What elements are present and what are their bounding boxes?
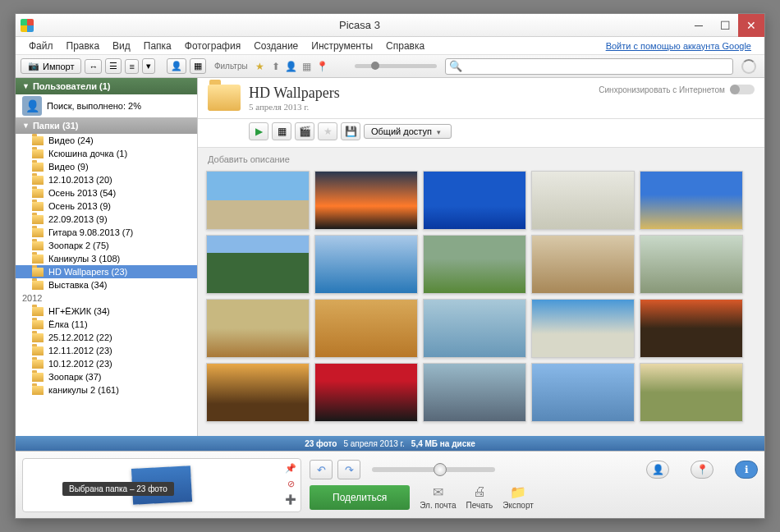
sidebar-scroll[interactable]: Видео (24)Ксюшина дочка (1)Видео (9)12.1…	[16, 134, 197, 436]
google-signin-link[interactable]: Войти с помощью аккаунта Google	[599, 39, 758, 53]
sidebar-folder-item[interactable]: Выставка (34)	[16, 278, 197, 291]
thumbnail[interactable]	[640, 171, 743, 230]
sync-toggle[interactable]	[730, 85, 755, 94]
thumbnail[interactable]	[640, 363, 743, 422]
thumbnail[interactable]	[423, 363, 526, 422]
sidebar-folder-item[interactable]: НГ+ЁЖИК (34)	[16, 305, 197, 318]
minimize-button[interactable]: ─	[686, 14, 712, 37]
filter-face-icon[interactable]: 👤	[285, 60, 298, 73]
sidebar-users-header[interactable]: ▼Пользователи (1)	[16, 78, 197, 94]
sidebar-folder-item[interactable]: Видео (9)	[16, 160, 197, 173]
search-input[interactable]	[462, 62, 729, 71]
star-button[interactable]: ★	[318, 122, 337, 140]
filter-star-icon[interactable]: ★	[254, 60, 267, 73]
view-tree-button[interactable]: ≡	[125, 59, 138, 74]
share-dropdown[interactable]: Общий доступ	[364, 124, 452, 139]
add-tray-icon[interactable]: ➕	[284, 493, 297, 507]
sidebar-folder-item[interactable]: Ксюшина дочка (1)	[16, 147, 197, 160]
folder-icon	[208, 85, 241, 111]
email-button[interactable]: ✉Эл. почта	[420, 484, 456, 510]
view-switch-button[interactable]: ↔	[85, 59, 102, 74]
filter-movie-icon[interactable]: ▦	[301, 60, 314, 73]
sidebar-folder-item[interactable]: Зоопарк (37)	[16, 370, 197, 383]
menu-view[interactable]: Вид	[106, 39, 137, 53]
collage-button[interactable]: ▦	[272, 122, 291, 140]
menu-folder[interactable]: Папка	[137, 39, 178, 53]
save-button[interactable]: 💾	[341, 122, 360, 140]
menu-edit[interactable]: Правка	[60, 39, 107, 53]
share-button[interactable]: Поделиться	[310, 485, 410, 510]
sidebar-folders-header[interactable]: ▼Папки (31)	[16, 117, 197, 134]
search-box[interactable]: 🔍	[445, 58, 733, 75]
tag-people-button[interactable]: 👤	[646, 461, 669, 479]
statusbar: 23 фото 5 апреля 2013 г. 5,4 МБ на диске	[16, 436, 764, 451]
filter-upload-icon[interactable]: ⬆	[269, 60, 282, 73]
selection-tray[interactable]: Выбрана папка – 23 фото 📌 ⊘ ➕	[22, 458, 301, 512]
thumbnail[interactable]	[531, 235, 635, 294]
filter-geo-icon[interactable]: 📍	[316, 60, 329, 73]
rotate-right-button[interactable]: ↷	[337, 460, 360, 479]
zoom-slider[interactable]	[372, 467, 495, 472]
play-slideshow-button[interactable]: ▶	[249, 122, 268, 140]
sidebar-folder-item[interactable]: Ёлка (11)	[16, 318, 197, 331]
filter-slider[interactable]	[355, 64, 437, 68]
person-button[interactable]: 👤	[167, 58, 186, 74]
menu-photo[interactable]: Фотография	[178, 39, 247, 53]
thumbnail[interactable]	[640, 299, 743, 358]
thumbnail[interactable]	[314, 235, 418, 294]
print-button[interactable]: 🖨Печать	[466, 484, 493, 510]
thumbnail[interactable]	[206, 171, 310, 230]
view-dropdown-button[interactable]: ▾	[142, 58, 155, 74]
thumbnail[interactable]	[531, 363, 635, 422]
sidebar-folder-item[interactable]: Осень 2013 (9)	[16, 200, 197, 213]
menu-help[interactable]: Справка	[379, 39, 431, 53]
sidebar-folder-item[interactable]: Видео (24)	[16, 134, 197, 147]
import-button[interactable]: 📷Импорт	[21, 58, 81, 74]
search-icon: 🔍	[449, 60, 462, 72]
menu-file[interactable]: Файл	[22, 39, 60, 53]
sidebar-folder-item[interactable]: HD Wallpapers (23)	[16, 265, 197, 278]
thumbnail[interactable]	[206, 235, 310, 294]
folder-label: каникулы 2 (161)	[48, 385, 119, 395]
collage-button[interactable]: ▦	[190, 58, 206, 74]
thumbnail[interactable]	[423, 171, 526, 230]
thumbnail[interactable]	[206, 363, 310, 422]
thumbnail[interactable]	[531, 299, 635, 358]
thumbnail[interactable]	[314, 171, 418, 230]
thumbnail[interactable]	[314, 299, 418, 358]
sidebar-folder-item[interactable]: 25.12.2012 (22)	[16, 331, 197, 344]
export-button[interactable]: 📁Экспорт	[502, 484, 534, 510]
thumbnail[interactable]	[531, 171, 635, 230]
sidebar-folder-item[interactable]: 22.09.2013 (9)	[16, 213, 197, 226]
movie-button[interactable]: 🎬	[295, 122, 314, 140]
rotate-left-button[interactable]: ↶	[310, 460, 333, 479]
collapse-icon: ▼	[22, 122, 30, 130]
thumbnail[interactable]	[423, 299, 526, 358]
sidebar-folder-item[interactable]: 10.12.2012 (23)	[16, 357, 197, 370]
window-controls: ─ ☐ ✕	[686, 14, 764, 37]
thumbnail[interactable]	[640, 235, 743, 294]
description-field[interactable]: Добавить описание	[198, 148, 764, 167]
sidebar-folder-item[interactable]: 12.11.2012 (23)	[16, 344, 197, 357]
sidebar-folder-item[interactable]: 12.10.2013 (20)	[16, 173, 197, 186]
pin-icon[interactable]: 📌	[284, 462, 297, 475]
sidebar-folder-item[interactable]: каникулы 2 (161)	[16, 383, 197, 397]
thumbnail[interactable]	[423, 235, 526, 294]
thumbnail[interactable]	[314, 363, 418, 422]
view-list-button[interactable]: ☰	[105, 58, 122, 74]
folder-label: Выставка (34)	[48, 280, 107, 290]
menu-tools[interactable]: Инструменты	[305, 39, 379, 53]
info-button[interactable]: ℹ	[735, 461, 758, 479]
thumbnail[interactable]	[206, 299, 310, 358]
sidebar-folder-item[interactable]: Гитара 9.08.2013 (7)	[16, 226, 197, 239]
sidebar-folder-item[interactable]: Зоопарк 2 (75)	[16, 239, 197, 252]
sidebar-folder-item[interactable]: Каникулы 3 (108)	[16, 252, 197, 265]
geotag-button[interactable]: 📍	[691, 461, 713, 479]
maximize-button[interactable]: ☐	[712, 14, 738, 37]
clear-tray-icon[interactable]: ⊘	[284, 478, 297, 491]
sidebar-folder-item[interactable]: Осень 2013 (54)	[16, 186, 197, 200]
menu-create[interactable]: Создание	[247, 39, 305, 53]
close-button[interactable]: ✕	[738, 14, 764, 37]
sidebar-scan-status[interactable]: 👤 Поиск, выполнено: 2%	[16, 94, 197, 117]
thumbnail-grid[interactable]	[198, 167, 764, 436]
